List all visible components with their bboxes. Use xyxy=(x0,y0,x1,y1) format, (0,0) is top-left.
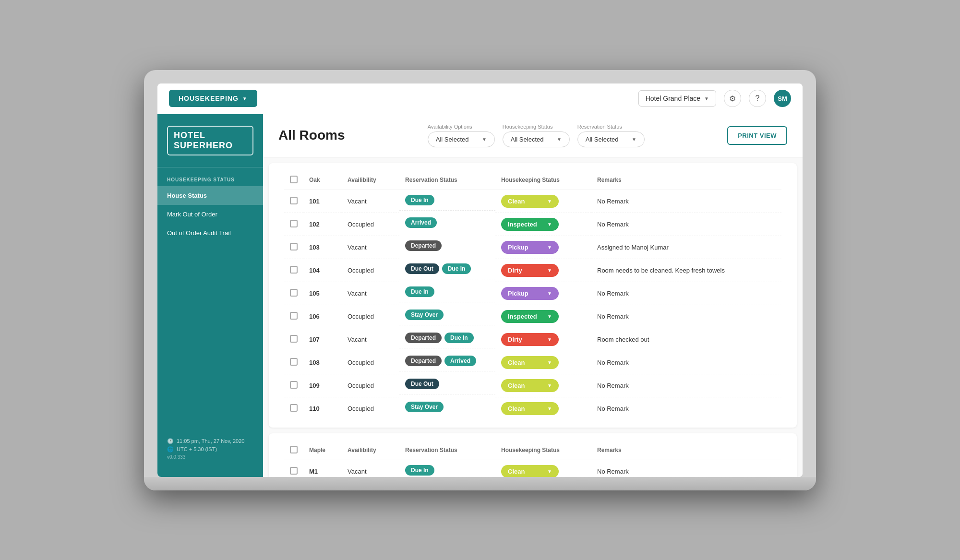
sidebar-item-audit-trail[interactable]: Out of Order Audit Trail xyxy=(157,224,263,242)
row-checkbox[interactable] xyxy=(290,358,298,366)
settings-button[interactable]: ⚙ xyxy=(724,90,741,107)
row-checkbox[interactable] xyxy=(290,404,298,412)
hk-status-select[interactable]: All Selected ▼ xyxy=(503,131,570,147)
sidebar-item-house-status[interactable]: House Status xyxy=(157,186,263,205)
filter-hk-status: Housekeeping Status All Selected ▼ xyxy=(503,124,570,147)
availability-cell: Occupied xyxy=(342,259,399,282)
sidebar-footer: 🕐 11:05 pm, Thu, 27 Nov, 2020 🌐 UTC + 5.… xyxy=(157,430,263,469)
reservation-badge: Departed xyxy=(405,333,442,343)
hk-status-badge[interactable]: Inspected▼ xyxy=(501,310,559,323)
room-number: 105 xyxy=(303,282,342,305)
hotel-selector[interactable]: Hotel Grand Place ▼ xyxy=(638,90,716,107)
help-button[interactable]: ? xyxy=(749,90,766,107)
maple-room-table: Maple Availibility Reservation Status Ho… xyxy=(284,441,781,477)
hk-status-badge[interactable]: Clean▼ xyxy=(501,195,559,208)
table-row: 109OccupiedDue OutClean▼No Remark xyxy=(284,374,781,397)
table-row: 110OccupiedStay OverClean▼No Remark xyxy=(284,397,781,420)
chevron-down-icon: ▼ xyxy=(547,360,552,365)
top-bar: HOUSEKEEPING ▼ Hotel Grand Place ▼ ⚙ ? xyxy=(157,83,803,114)
hk-status-cell[interactable]: Inspected▼ xyxy=(495,213,591,236)
print-view-button[interactable]: PRINT VIEW xyxy=(727,126,787,145)
hk-status-cell[interactable]: Dirty▼ xyxy=(495,328,591,351)
row-checkbox[interactable] xyxy=(290,266,298,274)
oak-room-table: Oak Availibility Reservation Status Hous… xyxy=(284,171,781,420)
hk-status-cell[interactable]: Clean▼ xyxy=(495,351,591,374)
room-number: 108 xyxy=(303,351,342,374)
remark-cell: No Remark xyxy=(591,190,781,213)
reservation-badge: Due In xyxy=(405,286,434,297)
row-checkbox[interactable] xyxy=(290,197,298,204)
col-header-remarks: Remarks xyxy=(591,171,781,190)
chevron-down-icon: ▼ xyxy=(547,406,552,411)
availability-cell: Occupied xyxy=(342,397,399,420)
logo-text: HOTEL SUPERHERO xyxy=(174,132,233,150)
remark-cell: Assigned to Manoj Kumar xyxy=(591,236,781,259)
table-row: 108OccupiedDepartedArrivedClean▼No Remar… xyxy=(284,351,781,374)
res-status-select[interactable]: All Selected ▼ xyxy=(577,131,645,147)
hk-status-badge[interactable]: Clean▼ xyxy=(501,356,559,369)
hk-status-cell[interactable]: Clean▼ xyxy=(495,190,591,213)
maple-select-all-checkbox[interactable] xyxy=(290,446,298,453)
reservation-badge: Arrived xyxy=(444,356,476,366)
reservation-status-cell: DepartedDue In xyxy=(399,328,495,348)
hk-status-cell[interactable]: Dirty▼ xyxy=(495,259,591,282)
hk-status-badge[interactable]: Pickup▼ xyxy=(501,241,559,254)
room-number: 103 xyxy=(303,236,342,259)
hk-status-cell[interactable]: Inspected▼ xyxy=(495,305,591,328)
row-checkbox[interactable] xyxy=(290,381,298,389)
room-number: 102 xyxy=(303,213,342,236)
maple-table-header: Maple Availibility Reservation Status Ho… xyxy=(284,441,781,460)
row-checkbox[interactable] xyxy=(290,243,298,250)
avatar[interactable]: SM xyxy=(774,90,791,107)
availability-cell: Occupied xyxy=(342,305,399,328)
row-checkbox[interactable] xyxy=(290,289,298,297)
hk-status-badge[interactable]: Dirty▼ xyxy=(501,333,559,346)
row-checkbox[interactable] xyxy=(290,220,298,227)
hk-status-badge[interactable]: Pickup▼ xyxy=(501,287,559,300)
reservation-badge: Due In xyxy=(405,195,434,205)
hk-status-cell[interactable]: Clean▼ xyxy=(495,397,591,420)
reservation-status-cell: Due In xyxy=(399,190,495,211)
availability-cell: Occupied xyxy=(342,213,399,236)
hk-status-badge[interactable]: Dirty▼ xyxy=(501,264,559,277)
top-bar-right: Hotel Grand Place ▼ ⚙ ? SM xyxy=(638,90,791,107)
row-checkbox[interactable] xyxy=(290,312,298,320)
hk-status-cell[interactable]: Pickup▼ xyxy=(495,282,591,305)
remark-cell: No Remark xyxy=(591,213,781,236)
table-row: 107VacantDepartedDue InDirty▼Room checke… xyxy=(284,328,781,351)
sidebar-item-mark-out-of-order[interactable]: Mark Out of Order xyxy=(157,205,263,224)
hk-status-badge[interactable]: Clean▼ xyxy=(501,402,559,415)
sidebar: HOTEL SUPERHERO HOUSEKEEPING STATUS Hous… xyxy=(157,114,263,477)
housekeeping-menu-button[interactable]: HOUSEKEEPING ▼ xyxy=(169,90,257,107)
chevron-down-icon: ▼ xyxy=(632,137,636,142)
availability-select[interactable]: All Selected ▼ xyxy=(428,131,495,147)
reservation-badge: Due In xyxy=(405,465,434,476)
hk-status-badge[interactable]: Clean▼ xyxy=(501,379,559,392)
reservation-badge: Stay Over xyxy=(405,402,444,412)
maple-col-header-room: Maple xyxy=(303,441,342,460)
reservation-badge: Stay Over xyxy=(405,310,444,320)
globe-icon: 🌐 xyxy=(167,446,174,453)
availability-cell: Vacant xyxy=(342,190,399,213)
hk-status-badge[interactable]: Clean▼ xyxy=(501,465,559,477)
hk-status-cell[interactable]: Clean▼ xyxy=(495,460,591,477)
maple-col-header-hk: Housekeeping Status xyxy=(495,441,591,460)
row-checkbox[interactable] xyxy=(290,467,298,475)
hk-status-badge[interactable]: Inspected▼ xyxy=(501,218,559,231)
room-number: 110 xyxy=(303,397,342,420)
hk-status-cell[interactable]: Clean▼ xyxy=(495,374,591,397)
table-row: 102OccupiedArrivedInspected▼No Remark xyxy=(284,213,781,236)
top-bar-left: HOUSEKEEPING ▼ xyxy=(169,90,638,107)
reservation-badge: Due Out xyxy=(405,379,439,389)
reservation-status-cell: Due OutDue In xyxy=(399,259,495,279)
row-checkbox[interactable] xyxy=(290,335,298,343)
gear-icon: ⚙ xyxy=(729,94,736,103)
remark-cell: Room checked out xyxy=(591,328,781,351)
table-row: M1VacantDue InClean▼No Remark xyxy=(284,460,781,477)
hk-status-cell[interactable]: Pickup▼ xyxy=(495,236,591,259)
remark-cell: No Remark xyxy=(591,374,781,397)
availability-cell: Occupied xyxy=(342,351,399,374)
chevron-down-icon: ▼ xyxy=(547,469,552,474)
page-title: All Rooms xyxy=(278,128,345,143)
select-all-checkbox[interactable] xyxy=(290,176,298,183)
